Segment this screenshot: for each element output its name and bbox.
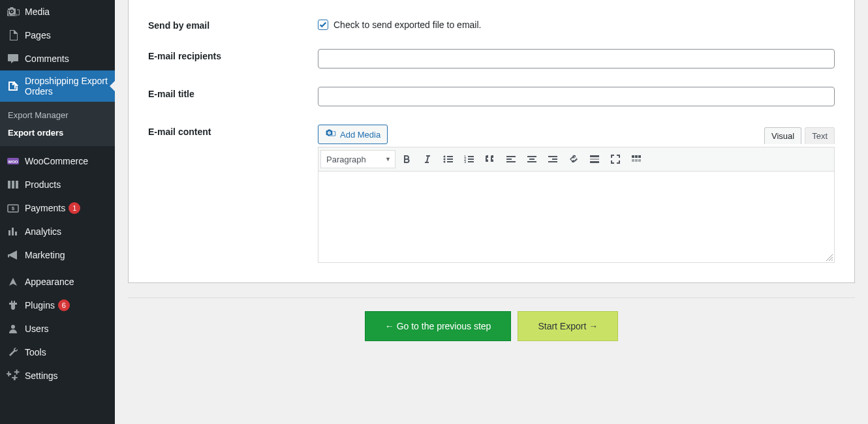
- svg-rect-30: [635, 155, 638, 158]
- sidebar-item-users[interactable]: Users: [0, 317, 115, 341]
- sidebar-item-label: Pages: [25, 30, 51, 40]
- toolbar-toggle-button[interactable]: [627, 149, 646, 169]
- sidebar-item-marketing[interactable]: Marketing: [0, 243, 115, 267]
- bold-button[interactable]: [397, 149, 416, 169]
- sidebar-item-appearance[interactable]: Appearance: [0, 270, 115, 294]
- submenu-export-manager[interactable]: Export Manager: [0, 106, 115, 124]
- svg-rect-6: [447, 156, 453, 157]
- comment-icon: [7, 52, 20, 65]
- admin-sidebar: Media Pages Comments Dropshipping Export…: [0, 0, 115, 424]
- export-icon: [7, 80, 20, 93]
- products-icon: [7, 178, 20, 191]
- analytics-icon: [7, 225, 20, 238]
- svg-rect-8: [447, 159, 453, 160]
- sidebar-item-comments[interactable]: Comments: [0, 47, 115, 70]
- sidebar-item-payments[interactable]: $ Payments 1: [0, 196, 115, 220]
- svg-rect-17: [506, 156, 516, 157]
- sidebar-item-label: Marketing: [25, 250, 65, 260]
- sidebar-item-pages[interactable]: Pages: [0, 23, 115, 47]
- svg-point-7: [444, 159, 446, 160]
- tools-icon: [7, 346, 20, 359]
- label-send-by-email: Send by email: [148, 18, 318, 31]
- label-email-recipients: E-mail recipients: [148, 49, 318, 68]
- format-select[interactable]: Paragraph: [320, 150, 395, 168]
- sidebar-submenu: Export Manager Export orders: [0, 102, 115, 146]
- svg-rect-22: [527, 161, 536, 162]
- svg-rect-33: [635, 159, 638, 162]
- svg-rect-16: [468, 161, 474, 162]
- sidebar-item-label: Analytics: [25, 226, 61, 237]
- editor-tabs: Visual Text: [318, 127, 835, 144]
- input-email-recipients[interactable]: [318, 49, 835, 68]
- previous-step-button[interactable]: ← Go to the previous step: [365, 311, 512, 341]
- row-email-recipients: E-mail recipients: [148, 31, 835, 68]
- editor-tab-visual[interactable]: Visual: [764, 127, 801, 144]
- svg-rect-10: [447, 161, 453, 162]
- svg-rect-23: [548, 156, 557, 157]
- page-icon: [7, 29, 20, 42]
- users-icon: [7, 322, 20, 335]
- resize-handle-icon[interactable]: [825, 253, 834, 262]
- plugins-icon: [7, 299, 20, 312]
- editor-content-area[interactable]: [318, 172, 835, 263]
- sidebar-item-tools[interactable]: Tools: [0, 341, 115, 364]
- svg-rect-19: [506, 161, 516, 162]
- main-content: Send by email Check to send exported fil…: [115, 0, 868, 424]
- input-email-title[interactable]: [318, 87, 835, 106]
- marketing-icon: [7, 249, 20, 262]
- link-button[interactable]: [564, 149, 583, 169]
- svg-rect-27: [590, 159, 599, 160]
- align-left-button[interactable]: [501, 149, 521, 169]
- svg-rect-20: [527, 156, 536, 157]
- sidebar-item-woocommerce[interactable]: WOO WooCommerce: [0, 149, 115, 173]
- sidebar-item-products[interactable]: Products: [0, 173, 115, 196]
- readmore-button[interactable]: [585, 149, 604, 169]
- add-media-label: Add Media: [340, 130, 380, 140]
- checkbox-label-send-by-email: Check to send exported file to email.: [333, 20, 481, 30]
- align-right-button[interactable]: [543, 149, 563, 169]
- bullet-list-button[interactable]: [439, 149, 458, 169]
- sidebar-item-label: Payments: [25, 203, 65, 213]
- svg-rect-14: [468, 159, 474, 160]
- badge-count: 1: [69, 202, 80, 214]
- row-send-by-email: Send by email Check to send exported fil…: [148, 0, 835, 31]
- add-media-button[interactable]: Add Media: [318, 125, 388, 144]
- italic-button[interactable]: [418, 149, 437, 169]
- sidebar-item-label: Media: [25, 7, 50, 17]
- svg-point-4: [11, 325, 15, 329]
- appearance-icon: [7, 275, 20, 288]
- svg-rect-21: [529, 159, 535, 160]
- sidebar-item-label: Appearance: [25, 277, 74, 287]
- sidebar-item-plugins[interactable]: Plugins 6: [0, 294, 115, 317]
- sidebar-item-label: Products: [25, 179, 61, 190]
- sidebar-item-label: Comments: [25, 53, 69, 64]
- svg-rect-12: [468, 156, 474, 157]
- media-icon: [7, 5, 20, 18]
- svg-rect-28: [590, 161, 599, 163]
- svg-rect-32: [632, 159, 634, 162]
- row-email-title: E-mail title: [148, 68, 835, 106]
- format-select-value: Paragraph: [326, 155, 366, 164]
- submenu-export-orders[interactable]: Export orders: [0, 124, 115, 142]
- number-list-button[interactable]: 123: [459, 149, 479, 169]
- svg-rect-24: [552, 159, 557, 160]
- editor-tab-text[interactable]: Text: [805, 127, 835, 144]
- badge-count: 6: [58, 299, 70, 311]
- sidebar-item-media[interactable]: Media: [0, 0, 115, 23]
- sidebar-item-settings[interactable]: Settings: [0, 364, 115, 387]
- woo-icon: WOO: [7, 155, 20, 168]
- fullscreen-button[interactable]: [606, 149, 625, 169]
- sidebar-item-label: Dropshipping Export Orders: [25, 76, 110, 97]
- label-email-title: E-mail title: [148, 87, 318, 106]
- blockquote-button[interactable]: [480, 149, 500, 169]
- align-center-button[interactable]: [522, 149, 542, 169]
- svg-point-9: [444, 161, 446, 163]
- svg-rect-18: [506, 159, 512, 160]
- checkbox-send-by-email[interactable]: [318, 20, 328, 30]
- svg-text:WOO: WOO: [8, 160, 18, 164]
- sidebar-item-analytics[interactable]: Analytics: [0, 220, 115, 243]
- row-email-content: E-mail content Add Media Visual Text Par…: [148, 106, 835, 263]
- sidebar-item-dropshipping-export[interactable]: Dropshipping Export Orders: [0, 70, 115, 102]
- start-export-button[interactable]: Start Export →: [518, 311, 618, 341]
- label-email-content: E-mail content: [148, 125, 318, 263]
